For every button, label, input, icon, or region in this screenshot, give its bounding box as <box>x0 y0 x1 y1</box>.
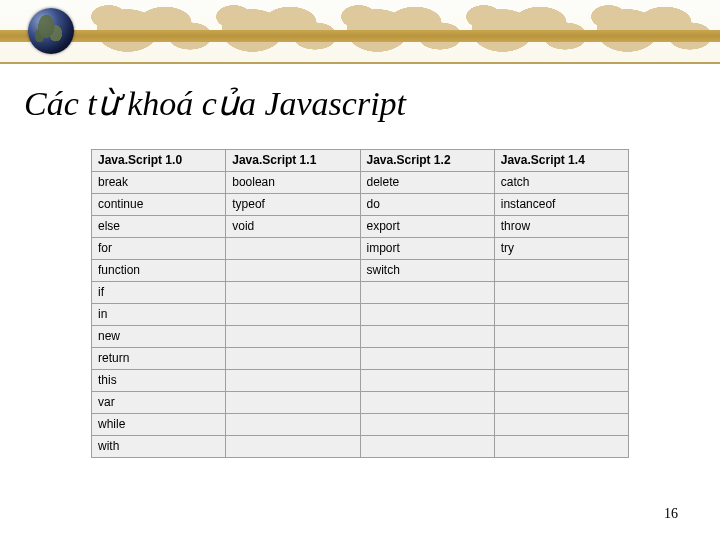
table-cell <box>494 304 628 326</box>
keywords-table-wrap: Java.Script 1.0 Java.Script 1.1 Java.Scr… <box>91 149 629 458</box>
table-cell: if <box>92 282 226 304</box>
table-cell <box>360 370 494 392</box>
table-row: forimporttry <box>92 238 629 260</box>
table-cell: try <box>494 238 628 260</box>
banner-stripe <box>0 30 720 42</box>
table-row: functionswitch <box>92 260 629 282</box>
table-cell <box>494 436 628 458</box>
table-cell: new <box>92 326 226 348</box>
table-cell: boolean <box>226 172 360 194</box>
table-cell: function <box>92 260 226 282</box>
slide: Các từ khoá của Javascript Java.Script 1… <box>0 0 720 540</box>
table-cell <box>494 260 628 282</box>
table-cell <box>360 304 494 326</box>
table-cell <box>360 414 494 436</box>
table-cell <box>360 326 494 348</box>
table-row: while <box>92 414 629 436</box>
table-cell: return <box>92 348 226 370</box>
table-cell <box>226 326 360 348</box>
table-row: elsevoidexportthrow <box>92 216 629 238</box>
banner-underline <box>0 62 720 64</box>
table-cell: catch <box>494 172 628 194</box>
col-header: Java.Script 1.2 <box>360 150 494 172</box>
keywords-table: Java.Script 1.0 Java.Script 1.1 Java.Scr… <box>91 149 629 458</box>
table-cell: else <box>92 216 226 238</box>
table-cell <box>226 304 360 326</box>
table-cell <box>494 370 628 392</box>
table-row: new <box>92 326 629 348</box>
table-cell: with <box>92 436 226 458</box>
table-cell: var <box>92 392 226 414</box>
col-header: Java.Script 1.0 <box>92 150 226 172</box>
table-cell: for <box>92 238 226 260</box>
table-cell <box>494 282 628 304</box>
table-cell: while <box>92 414 226 436</box>
table-cell: in <box>92 304 226 326</box>
table-cell: delete <box>360 172 494 194</box>
table-cell: this <box>92 370 226 392</box>
table-cell: typeof <box>226 194 360 216</box>
table-cell: throw <box>494 216 628 238</box>
col-header: Java.Script 1.1 <box>226 150 360 172</box>
slide-title: Các từ khoá của Javascript <box>24 83 720 123</box>
table-cell: void <box>226 216 360 238</box>
table-cell: switch <box>360 260 494 282</box>
col-header: Java.Script 1.4 <box>494 150 628 172</box>
table-cell <box>226 282 360 304</box>
table-row: var <box>92 392 629 414</box>
table-row: continuetypeofdoinstanceof <box>92 194 629 216</box>
table-cell: import <box>360 238 494 260</box>
table-cell <box>360 392 494 414</box>
table-cell <box>226 238 360 260</box>
table-cell <box>360 348 494 370</box>
table-cell <box>360 436 494 458</box>
table-cell <box>226 348 360 370</box>
table-cell <box>226 392 360 414</box>
table-cell <box>494 392 628 414</box>
page-number: 16 <box>664 506 678 522</box>
globe-icon <box>28 8 74 54</box>
table-cell <box>494 414 628 436</box>
table-cell <box>226 260 360 282</box>
table-cell <box>360 282 494 304</box>
table-cell: instanceof <box>494 194 628 216</box>
table-row: return <box>92 348 629 370</box>
table-cell <box>494 326 628 348</box>
table-cell: export <box>360 216 494 238</box>
table-row: if <box>92 282 629 304</box>
table-cell <box>226 436 360 458</box>
table-row: with <box>92 436 629 458</box>
table-cell: break <box>92 172 226 194</box>
table-row: this <box>92 370 629 392</box>
table-header-row: Java.Script 1.0 Java.Script 1.1 Java.Scr… <box>92 150 629 172</box>
table-row: breakbooleandeletecatch <box>92 172 629 194</box>
table-cell: continue <box>92 194 226 216</box>
table-cell <box>494 348 628 370</box>
table-cell <box>226 414 360 436</box>
table-cell: do <box>360 194 494 216</box>
table-cell <box>226 370 360 392</box>
table-row: in <box>92 304 629 326</box>
banner <box>0 0 720 65</box>
